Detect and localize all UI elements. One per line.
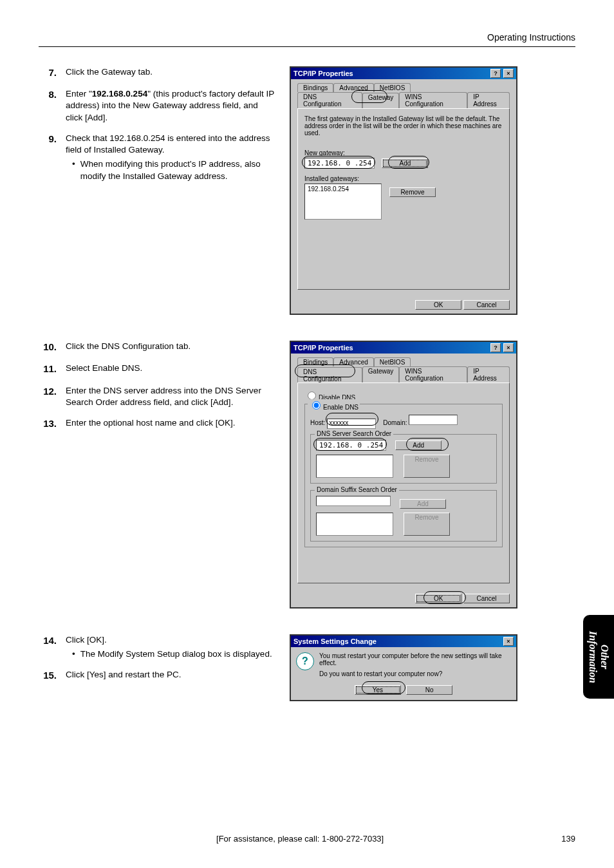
tab-dns-config-2[interactable]: DNS Configuration (297, 367, 362, 383)
step-9-bullet: When modifying this product's IP address… (80, 158, 277, 182)
step-8-prefix: Enter " (66, 89, 92, 99)
footer-page: 139 (561, 834, 575, 844)
host-input[interactable]: xxxxxx (327, 419, 376, 429)
dialog2-title: TCP/IP Properties (293, 344, 353, 352)
suffix-input[interactable] (316, 496, 391, 506)
tab-advanced-2[interactable]: Advanced (333, 357, 373, 366)
tab-netbios-2[interactable]: NetBIOS (374, 357, 411, 366)
tcpip-dialog-dns: TCP/IP Properties ? × Bindings Advanced … (290, 341, 517, 609)
enable-dns-label: Enable DNS (323, 404, 358, 411)
dialog2-cancel-button[interactable]: Cancel (463, 594, 510, 603)
tab-wins-2[interactable]: WINS Configuration (399, 366, 467, 382)
step-11-text: Select Enable DNS. (66, 363, 277, 375)
tab-bindings-2[interactable]: Bindings (297, 357, 333, 366)
side-tab-line2: Information (588, 631, 599, 683)
dns-server-input[interactable]: 192.168. 0 .254 (316, 440, 386, 451)
tab-wins[interactable]: WINS Configuration (399, 92, 467, 108)
dialog1-title: TCP/IP Properties (293, 70, 353, 77)
remove-gateway-button[interactable]: Remove (389, 187, 436, 197)
tab-dns-config[interactable]: DNS Configuration (297, 92, 362, 108)
step-num-14: 14. (39, 634, 57, 660)
msgbox-line2: Do you want to restart your computer now… (319, 670, 511, 677)
dialog1-cancel-button[interactable]: Cancel (463, 300, 510, 310)
help-icon[interactable]: ? (490, 343, 501, 352)
step-7-text: Click the Gateway tab. (66, 66, 277, 79)
new-gateway-input[interactable]: 192.168. 0 .254 (304, 158, 375, 169)
tcpip-dialog-gateway: TCP/IP Properties ? × Bindings Advanced … (290, 66, 517, 315)
yes-button[interactable]: Yes (355, 685, 401, 695)
step-num-8: 8. (39, 88, 57, 124)
dialog2-ok-button[interactable]: OK (415, 594, 461, 603)
footer-assist: [For assistance, please call: 1-800-272-… (216, 834, 384, 844)
step-14-text: Click [OK]. (66, 634, 277, 646)
close-icon[interactable]: × (503, 69, 514, 78)
help-icon[interactable]: ? (490, 69, 501, 78)
question-icon: ? (296, 652, 314, 670)
enable-dns-radio[interactable] (312, 401, 321, 410)
tab-ipaddress[interactable]: IP Address (467, 92, 510, 108)
tab-gateway-2[interactable]: Gateway (362, 366, 399, 382)
step-10-text: Click the DNS Configuration tab. (66, 341, 277, 354)
step-12-text: Enter the DNS server address into the DN… (66, 385, 277, 408)
step-14-bullet: The Modify System Setup dialog box is di… (80, 648, 272, 660)
step-9-text: Check that 192.168.0.254 is entered into… (66, 133, 277, 156)
dns-order-label: DNS Server Search Order (315, 430, 393, 437)
suffix-add-button[interactable]: Add (400, 499, 446, 509)
host-label: Host: (310, 419, 325, 426)
step-num-15: 15. (39, 669, 57, 682)
domain-input[interactable] (409, 415, 458, 425)
tab-gateway[interactable]: Gateway (362, 93, 399, 109)
installed-gateways-list[interactable]: 192.168.0.254 (304, 184, 382, 220)
suffix-remove-button[interactable]: Remove (404, 513, 450, 536)
side-tab: Other Information (583, 615, 614, 699)
step-13-text: Enter the optional host name and click [… (66, 417, 277, 430)
tab-advanced[interactable]: Advanced (333, 83, 373, 92)
step-8-ip: 192.168.0.254 (92, 89, 147, 99)
close-icon[interactable]: × (503, 343, 514, 352)
dns-add-button[interactable]: Add (395, 440, 442, 450)
tab-netbios[interactable]: NetBIOS (374, 83, 411, 92)
step-num-9: 9. (39, 133, 57, 182)
step-15-text: Click [Yes] and restart the PC. (66, 669, 277, 682)
step-8-text: Enter "192.168.0.254" (this product's fa… (66, 88, 277, 124)
step-num-10: 10. (39, 341, 57, 354)
system-settings-change-dialog: System Settings Change × ? You must rest… (290, 634, 517, 701)
installed-gateways-label: Installed gateways: (304, 175, 503, 182)
dns-remove-button[interactable]: Remove (404, 455, 450, 478)
add-gateway-button[interactable]: Add (382, 158, 428, 168)
step-num-12: 12. (39, 385, 57, 408)
no-button[interactable]: No (406, 685, 452, 695)
msgbox-line1: You must restart your computer before th… (319, 652, 511, 666)
side-tab-line1: Other (599, 645, 610, 669)
close-icon[interactable]: × (503, 637, 514, 646)
dialog1-desc: The first gateway in the Installed Gatew… (304, 115, 503, 137)
header-section: Operating Instructions (39, 32, 575, 42)
suffix-order-label: Domain Suffix Search Order (315, 486, 399, 493)
msgbox-title: System Settings Change (293, 637, 377, 645)
dialog1-ok-button[interactable]: OK (415, 300, 461, 310)
dns-list[interactable] (316, 455, 393, 478)
header-rule (39, 46, 575, 47)
step-num-11: 11. (39, 363, 57, 375)
domain-label: Domain: (383, 419, 407, 426)
tab-ipaddress-2[interactable]: IP Address (467, 366, 510, 382)
suffix-list[interactable] (316, 513, 393, 536)
step-num-7: 7. (39, 66, 57, 79)
tab-bindings[interactable]: Bindings (297, 83, 333, 92)
step-num-13: 13. (39, 417, 57, 430)
new-gateway-label: New gateway: (304, 149, 503, 156)
